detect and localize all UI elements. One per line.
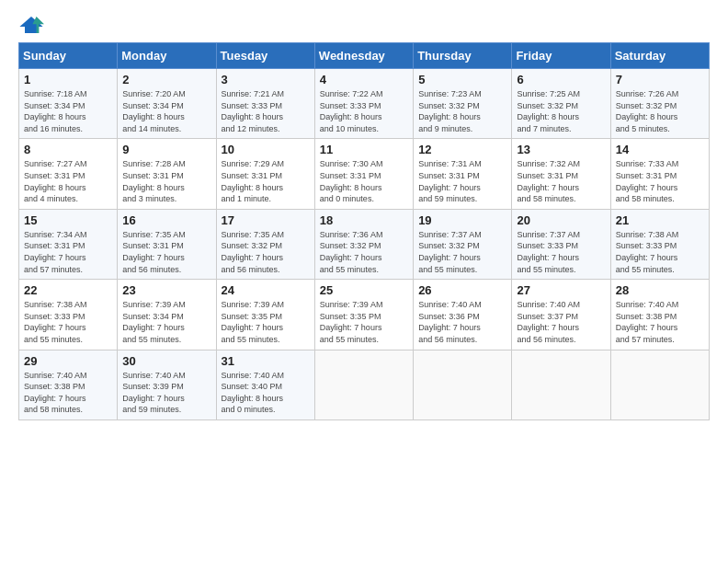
calendar-day-cell: 20Sunrise: 7:37 AM Sunset: 3:33 PM Dayli… <box>512 209 610 279</box>
day-number: 18 <box>320 213 408 227</box>
calendar-day-cell: 11Sunrise: 7:30 AM Sunset: 3:31 PM Dayli… <box>314 139 413 209</box>
calendar-day-cell: 12Sunrise: 7:31 AM Sunset: 3:31 PM Dayli… <box>414 139 512 209</box>
calendar-day-cell: 5Sunrise: 7:23 AM Sunset: 3:32 PM Daylig… <box>414 69 512 139</box>
day-info: Sunrise: 7:36 AM Sunset: 3:32 PM Dayligh… <box>320 229 408 275</box>
calendar-day-cell: 27Sunrise: 7:40 AM Sunset: 3:37 PM Dayli… <box>512 280 610 350</box>
day-number: 2 <box>122 73 210 86</box>
day-number: 23 <box>122 283 210 297</box>
svg-marker-1 <box>19 17 42 33</box>
day-number: 7 <box>616 73 704 86</box>
day-number: 21 <box>616 213 704 227</box>
calendar-day-cell: 6Sunrise: 7:25 AM Sunset: 3:32 PM Daylig… <box>512 69 610 139</box>
calendar-day-cell: 10Sunrise: 7:29 AM Sunset: 3:31 PM Dayli… <box>216 139 314 209</box>
day-info: Sunrise: 7:38 AM Sunset: 3:33 PM Dayligh… <box>616 229 704 275</box>
day-info: Sunrise: 7:39 AM Sunset: 3:35 PM Dayligh… <box>320 299 408 345</box>
calendar-day-cell: 23Sunrise: 7:39 AM Sunset: 3:34 PM Dayli… <box>118 280 216 350</box>
calendar-day-cell: 3Sunrise: 7:21 AM Sunset: 3:33 PM Daylig… <box>216 69 314 139</box>
calendar-day-cell: 28Sunrise: 7:40 AM Sunset: 3:38 PM Dayli… <box>610 280 709 350</box>
calendar-day-cell: 30Sunrise: 7:40 AM Sunset: 3:39 PM Dayli… <box>118 350 216 419</box>
day-number: 19 <box>418 213 506 227</box>
day-number: 25 <box>320 283 408 297</box>
day-info: Sunrise: 7:37 AM Sunset: 3:32 PM Dayligh… <box>418 229 506 275</box>
day-number: 27 <box>517 283 605 297</box>
day-info: Sunrise: 7:29 AM Sunset: 3:31 PM Dayligh… <box>222 158 310 204</box>
day-number: 26 <box>418 283 506 297</box>
day-info: Sunrise: 7:32 AM Sunset: 3:31 PM Dayligh… <box>517 158 605 204</box>
calendar-day-cell: 17Sunrise: 7:35 AM Sunset: 3:32 PM Dayli… <box>216 209 314 279</box>
logo-text <box>18 15 46 35</box>
day-info: Sunrise: 7:25 AM Sunset: 3:32 PM Dayligh… <box>517 88 605 134</box>
day-info: Sunrise: 7:22 AM Sunset: 3:33 PM Dayligh… <box>320 88 408 134</box>
day-info: Sunrise: 7:40 AM Sunset: 3:38 PM Dayligh… <box>616 299 704 345</box>
day-info: Sunrise: 7:39 AM Sunset: 3:35 PM Dayligh… <box>222 299 310 345</box>
day-number: 8 <box>24 143 112 156</box>
weekday-header: Monday <box>118 43 216 69</box>
calendar-day-cell: 15Sunrise: 7:34 AM Sunset: 3:31 PM Dayli… <box>19 209 118 279</box>
day-info: Sunrise: 7:40 AM Sunset: 3:38 PM Dayligh… <box>24 370 112 416</box>
page-header <box>18 15 710 35</box>
day-number: 11 <box>320 143 408 156</box>
weekday-header: Saturday <box>610 43 709 69</box>
day-number: 28 <box>616 283 704 297</box>
day-info: Sunrise: 7:34 AM Sunset: 3:31 PM Dayligh… <box>24 229 112 275</box>
day-info: Sunrise: 7:28 AM Sunset: 3:31 PM Dayligh… <box>122 158 210 204</box>
day-info: Sunrise: 7:23 AM Sunset: 3:32 PM Dayligh… <box>418 88 506 134</box>
day-number: 24 <box>222 283 310 297</box>
day-number: 12 <box>418 143 506 156</box>
calendar-day-cell: 18Sunrise: 7:36 AM Sunset: 3:32 PM Dayli… <box>314 209 413 279</box>
calendar-day-cell: 13Sunrise: 7:32 AM Sunset: 3:31 PM Dayli… <box>512 139 610 209</box>
day-info: Sunrise: 7:31 AM Sunset: 3:31 PM Dayligh… <box>418 158 506 204</box>
day-number: 13 <box>517 143 605 156</box>
empty-cell <box>512 350 610 419</box>
day-info: Sunrise: 7:37 AM Sunset: 3:33 PM Dayligh… <box>517 229 605 275</box>
calendar-week-row: 15Sunrise: 7:34 AM Sunset: 3:31 PM Dayli… <box>19 209 710 279</box>
empty-cell <box>314 350 413 419</box>
calendar-day-cell: 8Sunrise: 7:27 AM Sunset: 3:31 PM Daylig… <box>19 139 118 209</box>
day-number: 16 <box>122 213 210 227</box>
weekday-header: Tuesday <box>216 43 314 69</box>
calendar-week-row: 8Sunrise: 7:27 AM Sunset: 3:31 PM Daylig… <box>19 139 710 209</box>
day-number: 20 <box>517 213 605 227</box>
day-number: 14 <box>616 143 704 156</box>
weekday-header: Thursday <box>414 43 512 69</box>
day-number: 5 <box>418 73 506 86</box>
weekday-header: Friday <box>512 43 610 69</box>
calendar-day-cell: 19Sunrise: 7:37 AM Sunset: 3:32 PM Dayli… <box>414 209 512 279</box>
calendar-day-cell: 7Sunrise: 7:26 AM Sunset: 3:32 PM Daylig… <box>610 69 709 139</box>
calendar-day-cell: 4Sunrise: 7:22 AM Sunset: 3:33 PM Daylig… <box>314 69 413 139</box>
weekday-header: Sunday <box>19 43 118 69</box>
calendar-week-row: 22Sunrise: 7:38 AM Sunset: 3:33 PM Dayli… <box>19 280 710 350</box>
day-info: Sunrise: 7:18 AM Sunset: 3:34 PM Dayligh… <box>24 88 112 134</box>
day-info: Sunrise: 7:21 AM Sunset: 3:33 PM Dayligh… <box>222 88 310 134</box>
day-number: 31 <box>222 354 310 368</box>
day-number: 15 <box>24 213 112 227</box>
day-info: Sunrise: 7:30 AM Sunset: 3:31 PM Dayligh… <box>320 158 408 204</box>
empty-cell <box>610 350 709 419</box>
calendar-day-cell: 24Sunrise: 7:39 AM Sunset: 3:35 PM Dayli… <box>216 280 314 350</box>
day-info: Sunrise: 7:26 AM Sunset: 3:32 PM Dayligh… <box>616 88 704 134</box>
calendar-day-cell: 25Sunrise: 7:39 AM Sunset: 3:35 PM Dayli… <box>314 280 413 350</box>
day-number: 4 <box>320 73 408 86</box>
day-info: Sunrise: 7:38 AM Sunset: 3:33 PM Dayligh… <box>24 299 112 345</box>
day-number: 10 <box>222 143 310 156</box>
day-info: Sunrise: 7:40 AM Sunset: 3:39 PM Dayligh… <box>122 370 210 416</box>
calendar-day-cell: 22Sunrise: 7:38 AM Sunset: 3:33 PM Dayli… <box>19 280 118 350</box>
day-number: 22 <box>24 283 112 297</box>
day-info: Sunrise: 7:40 AM Sunset: 3:40 PM Dayligh… <box>222 370 310 416</box>
logo-icon <box>18 15 44 35</box>
day-number: 3 <box>222 73 310 86</box>
day-number: 17 <box>222 213 310 227</box>
day-info: Sunrise: 7:40 AM Sunset: 3:36 PM Dayligh… <box>418 299 506 345</box>
calendar-day-cell: 16Sunrise: 7:35 AM Sunset: 3:31 PM Dayli… <box>118 209 216 279</box>
calendar-day-cell: 29Sunrise: 7:40 AM Sunset: 3:38 PM Dayli… <box>19 350 118 419</box>
empty-cell <box>414 350 512 419</box>
day-info: Sunrise: 7:33 AM Sunset: 3:31 PM Dayligh… <box>616 158 704 204</box>
calendar-day-cell: 26Sunrise: 7:40 AM Sunset: 3:36 PM Dayli… <box>414 280 512 350</box>
calendar-day-cell: 2Sunrise: 7:20 AM Sunset: 3:34 PM Daylig… <box>118 69 216 139</box>
calendar-day-cell: 14Sunrise: 7:33 AM Sunset: 3:31 PM Dayli… <box>610 139 709 209</box>
day-number: 1 <box>24 73 112 86</box>
calendar-day-cell: 1Sunrise: 7:18 AM Sunset: 3:34 PM Daylig… <box>19 69 118 139</box>
day-number: 30 <box>122 354 210 368</box>
calendar-day-cell: 31Sunrise: 7:40 AM Sunset: 3:40 PM Dayli… <box>216 350 314 419</box>
day-info: Sunrise: 7:20 AM Sunset: 3:34 PM Dayligh… <box>122 88 210 134</box>
